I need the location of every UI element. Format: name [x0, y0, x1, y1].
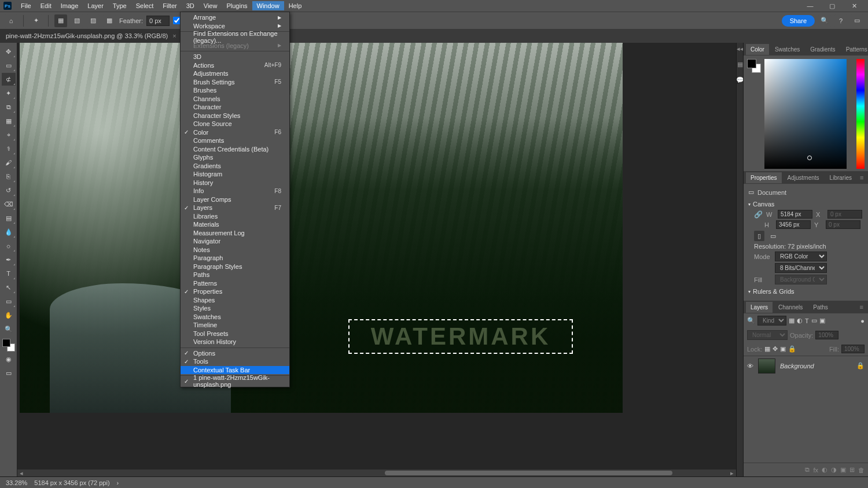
menu-item-color[interactable]: ColorF6: [181, 128, 289, 137]
menu-item-info[interactable]: InfoF8: [181, 187, 289, 195]
menu-item-styles[interactable]: Styles: [181, 304, 289, 313]
lock-pixels-icon[interactable]: ▦: [764, 345, 770, 353]
selection-marquee[interactable]: WATERMARK: [348, 319, 573, 354]
menu-item-1-pine-watt-2hzmz15wgik-unsplash-png[interactable]: 1 pine-watt-2Hzmz15wGik-unsplash.png: [181, 377, 289, 386]
rulers-section[interactable]: Rulers & Grids: [748, 288, 863, 295]
scroll-right-icon[interactable]: ▸: [728, 469, 736, 477]
menu-item-measurement-log[interactable]: Measurement Log: [181, 229, 289, 238]
fx-icon[interactable]: fx: [813, 467, 818, 474]
menu-item-contextual-task-bar[interactable]: Contextual Task Bar: [181, 366, 289, 375]
menu-item-actions[interactable]: ActionsAlt+F9: [181, 61, 289, 70]
quick-mask-tool[interactable]: ◉: [2, 353, 16, 365]
tab-properties[interactable]: Properties: [746, 172, 782, 183]
menu-item-arrange[interactable]: Arrange▶: [181, 13, 289, 22]
menu-item-properties[interactable]: Properties: [181, 287, 289, 296]
blur-tool[interactable]: 💧: [2, 225, 16, 238]
filter-toggle[interactable]: ●: [860, 317, 865, 324]
filter-type-icon[interactable]: T: [805, 317, 809, 324]
maximize-button[interactable]: ▢: [822, 1, 843, 11]
zoom-level[interactable]: 33.28%: [6, 479, 27, 486]
help-icon[interactable]: ?: [834, 14, 847, 27]
wand-tool[interactable]: ✦: [2, 87, 16, 99]
menu-item-histogram[interactable]: Histogram: [181, 170, 289, 179]
document-tab[interactable]: pine-watt-2Hzmz15wGik-unsplash.png @ 33.…: [0, 29, 183, 43]
dodge-tool[interactable]: ☼: [2, 239, 16, 252]
menu-3d[interactable]: 3D: [182, 1, 199, 10]
tab-color[interactable]: Color: [746, 44, 769, 55]
menu-item-comments[interactable]: Comments: [181, 136, 289, 145]
tab-gradients[interactable]: Gradients: [806, 44, 840, 55]
menu-item-libraries[interactable]: Libraries: [181, 212, 289, 221]
menu-item-glyphs[interactable]: Glyphs: [181, 153, 289, 162]
menu-select[interactable]: Select: [131, 1, 159, 10]
menu-item-workspace[interactable]: Workspace▶: [181, 22, 289, 31]
filter-icon[interactable]: 🔍: [747, 317, 755, 324]
menu-item-paths[interactable]: Paths: [181, 271, 289, 279]
menu-item-find-extensions-on-exchange-legacy-[interactable]: Find Extensions on Exchange (legacy)...: [181, 33, 289, 42]
canvas-section[interactable]: Canvas: [748, 201, 863, 208]
menu-image[interactable]: Image: [56, 1, 83, 10]
menu-file[interactable]: File: [16, 1, 36, 10]
menu-item-clone-source[interactable]: Clone Source: [181, 120, 289, 128]
canvas-area[interactable]: WATERMARK: [17, 43, 736, 476]
menu-item-version-history[interactable]: Version History: [181, 338, 289, 346]
filter-pixel-icon[interactable]: ▦: [789, 317, 795, 324]
menu-item-layers[interactable]: LayersF7: [181, 204, 289, 212]
menu-item-adjustments[interactable]: Adjustments: [181, 69, 289, 78]
layer-lock-icon[interactable]: 🔒: [856, 362, 865, 369]
crop-tool[interactable]: ⧉: [2, 101, 16, 113]
portrait-icon[interactable]: ▯: [754, 231, 764, 241]
lock-artboard-icon[interactable]: ▣: [780, 345, 786, 353]
layer-row[interactable]: 👁 Background 🔒: [744, 356, 868, 375]
tab-paths[interactable]: Paths: [808, 302, 833, 313]
close-tab-icon[interactable]: ×: [172, 32, 176, 39]
move-tool[interactable]: ✥: [2, 45, 16, 58]
link-icon[interactable]: 🔗: [754, 210, 763, 219]
sub-selection-icon[interactable]: ▨: [87, 14, 100, 27]
status-chevron-icon[interactable]: ›: [117, 479, 119, 486]
fg-bg-swatch[interactable]: [747, 59, 761, 73]
menu-item-character[interactable]: Character: [181, 103, 289, 112]
menu-item-navigator[interactable]: Navigator: [181, 237, 289, 246]
kind-filter[interactable]: Kind: [757, 316, 786, 326]
tab-layers[interactable]: Layers: [746, 302, 773, 313]
hand-tool[interactable]: ✋: [2, 309, 16, 321]
eraser-tool[interactable]: ⌫: [2, 198, 16, 210]
brush-tool[interactable]: 🖌: [2, 156, 16, 169]
menu-item-brushes[interactable]: Brushes: [181, 86, 289, 95]
group-icon[interactable]: ▣: [840, 466, 846, 474]
frame-tool[interactable]: ▦: [2, 114, 16, 127]
gradient-tool[interactable]: ▤: [2, 212, 16, 224]
path-select-tool[interactable]: ↖: [2, 281, 16, 294]
menu-item-tools[interactable]: Tools: [181, 357, 289, 366]
new-layer-icon[interactable]: ⊞: [849, 466, 855, 474]
menu-item-paragraph-styles[interactable]: Paragraph Styles: [181, 263, 289, 271]
menu-window[interactable]: Window: [252, 1, 284, 10]
landscape-icon[interactable]: ▭: [768, 231, 778, 241]
tab-channels[interactable]: Channels: [774, 302, 807, 313]
width-input[interactable]: [778, 210, 812, 219]
menu-item-swatches[interactable]: Swatches: [181, 313, 289, 321]
scroll-left-icon[interactable]: ◂: [17, 469, 25, 477]
menu-item-shapes[interactable]: Shapes: [181, 296, 289, 305]
menu-item-patterns[interactable]: Patterns: [181, 279, 289, 288]
share-button[interactable]: Share: [782, 15, 815, 27]
menu-item-tool-presets[interactable]: Tool Presets: [181, 330, 289, 338]
close-button[interactable]: ✕: [844, 1, 865, 11]
healing-tool[interactable]: ⚕: [2, 142, 16, 155]
type-tool[interactable]: T: [2, 267, 16, 280]
mode-select[interactable]: RGB Color: [775, 252, 827, 261]
tab-adjustments[interactable]: Adjustments: [783, 172, 824, 183]
menu-item-gradients[interactable]: Gradients: [181, 162, 289, 171]
menu-item-options[interactable]: Options: [181, 349, 289, 358]
panel-menu-icon[interactable]: ≡: [858, 304, 866, 310]
menu-item-layer-comps[interactable]: Layer Comps: [181, 195, 289, 204]
menu-filter[interactable]: Filter: [158, 1, 181, 10]
tool-icon[interactable]: ✦: [30, 14, 42, 27]
layer-thumbnail[interactable]: [758, 358, 775, 374]
menu-item-content-credentials-beta-[interactable]: Content Credentials (Beta): [181, 145, 289, 154]
mask-icon[interactable]: ◐: [822, 466, 827, 474]
menu-layer[interactable]: Layer: [83, 1, 108, 10]
menu-item-materials[interactable]: Materials: [181, 220, 289, 229]
new-selection-icon[interactable]: ▦: [54, 14, 67, 27]
